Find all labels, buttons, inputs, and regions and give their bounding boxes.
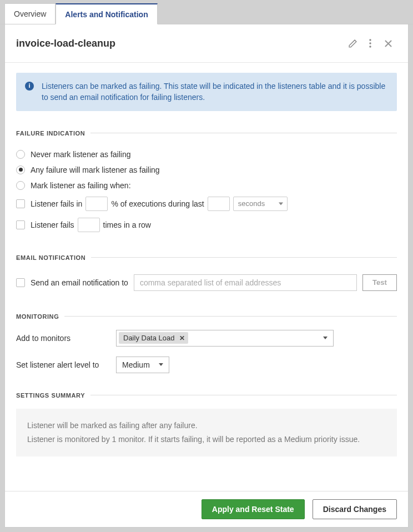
page-title: invoice-load-cleanup <box>16 38 344 49</box>
checkbox-send-email[interactable] <box>16 278 25 287</box>
info-banner-text: Listeners can be marked as failing. This… <box>42 81 388 103</box>
test-email-button[interactable]: Test <box>362 274 397 291</box>
fails-percent-input[interactable] <box>85 197 108 211</box>
tabs-bar: Overview Alerts and Notification <box>0 0 413 24</box>
info-banner: i Listeners can be marked as failing. Th… <box>16 73 397 111</box>
alert-level-label: Set listener alert level to <box>16 360 112 369</box>
divider <box>90 395 397 395</box>
radio-any-failure[interactable] <box>16 165 25 174</box>
radio-when-label: Mark listener as failing when: <box>31 181 131 190</box>
monitor-chip-label: Daily Data Load <box>123 334 175 342</box>
svg-point-0 <box>369 39 371 41</box>
fails-percent-mid: % of executions during last <box>111 199 204 208</box>
monitor-chip-remove-icon[interactable]: ✕ <box>179 334 185 342</box>
monitors-multiselect[interactable]: Daily Data Load ✕ <box>116 330 334 347</box>
divider <box>91 257 397 258</box>
radio-never-failing[interactable] <box>16 150 25 159</box>
monitor-chip: Daily Data Load ✕ <box>119 332 188 344</box>
radio-any-label: Any failure will mark listener as failin… <box>31 165 160 174</box>
section-failure-title: FAILURE INDICATION <box>16 130 85 137</box>
settings-summary-box: Listener will be marked as failing after… <box>16 409 397 456</box>
close-icon[interactable] <box>379 34 397 52</box>
tab-overview[interactable]: Overview <box>4 3 56 24</box>
add-monitors-label: Add to monitors <box>16 334 112 343</box>
summary-line-2: Listener is monitored by 1 monitor. If i… <box>27 433 386 446</box>
edit-icon[interactable] <box>344 34 361 52</box>
time-unit-select[interactable]: seconds <box>233 197 288 211</box>
footer: Apply and Reset State Discard Changes <box>5 491 408 527</box>
email-addresses-input[interactable] <box>134 274 357 291</box>
fails-row-prefix: Listener fails <box>31 220 74 229</box>
section-monitoring-title: MONITORING <box>16 313 59 320</box>
radio-mark-when[interactable] <box>16 181 25 190</box>
apply-reset-button[interactable]: Apply and Reset State <box>202 499 305 519</box>
svg-point-1 <box>369 42 371 44</box>
divider <box>64 316 397 317</box>
summary-line-1: Listener will be marked as failing after… <box>27 419 386 433</box>
fails-duration-input[interactable] <box>208 197 230 211</box>
tab-alerts[interactable]: Alerts and Notification <box>56 3 157 24</box>
discard-changes-button[interactable]: Discard Changes <box>313 499 397 519</box>
more-icon[interactable] <box>361 34 379 52</box>
page-header: invoice-load-cleanup <box>5 24 408 63</box>
alert-level-select[interactable]: Medium <box>116 357 169 373</box>
checkbox-fails-percent[interactable] <box>16 199 25 208</box>
svg-point-2 <box>369 46 371 47</box>
section-summary-title: SETTINGS SUMMARY <box>16 392 85 399</box>
alert-level-value: Medium <box>122 360 150 369</box>
radio-never-label: Never mark listener as failing <box>31 150 131 159</box>
checkbox-fails-row[interactable] <box>16 220 25 229</box>
fails-percent-prefix: Listener fails in <box>31 199 82 208</box>
divider <box>90 133 397 133</box>
send-email-label: Send an email notification to <box>31 278 128 287</box>
info-icon: i <box>25 82 34 91</box>
section-email-title: EMAIL NOTIFICATION <box>16 254 85 261</box>
fails-row-suffix: times in a row <box>103 220 151 229</box>
fails-row-count-input[interactable] <box>78 218 100 232</box>
